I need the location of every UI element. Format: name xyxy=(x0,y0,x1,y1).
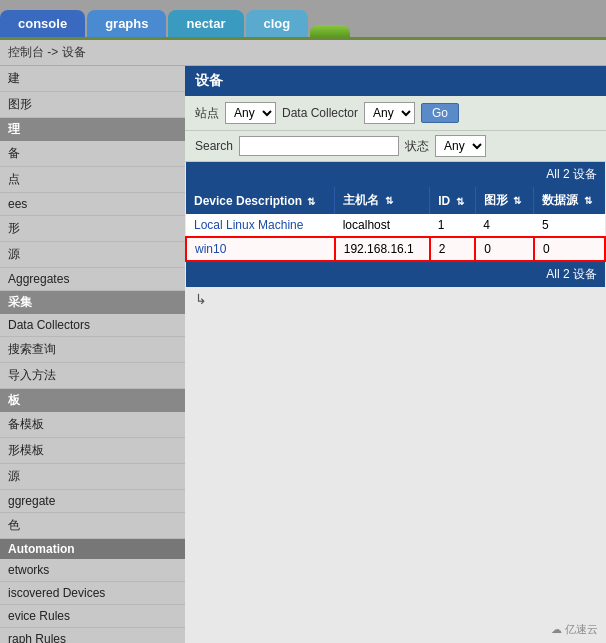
cell-datasources-2: 0 xyxy=(534,237,605,261)
cell-device-desc-2: win10 xyxy=(186,237,335,261)
go-button[interactable]: Go xyxy=(421,103,459,123)
sort-icon-desc: ⇅ xyxy=(307,196,315,207)
datacollector-select[interactable]: Any xyxy=(364,102,415,124)
watermark-text: 亿速云 xyxy=(565,623,598,635)
sidebar-item-build[interactable]: 建 xyxy=(0,66,185,92)
sidebar-item-import-methods[interactable]: 导入方法 xyxy=(0,363,185,389)
sidebar-item-trees[interactable]: ees xyxy=(0,193,185,216)
sort-icon-hostname: ⇅ xyxy=(385,195,393,206)
watermark-icon: ☁ xyxy=(551,623,562,635)
sidebar-item-device-rules[interactable]: evice Rules xyxy=(0,605,185,628)
breadcrumb: 控制台 -> 设备 xyxy=(0,40,606,66)
sidebar-item-networks[interactable]: etworks xyxy=(0,559,185,582)
sidebar-item-graphs[interactable]: 图形 xyxy=(0,92,185,118)
search-input[interactable] xyxy=(239,136,399,156)
cell-graphs-2: 0 xyxy=(475,237,534,261)
sidebar-item-data-collectors[interactable]: Data Collectors xyxy=(0,314,185,337)
content-area: 设备 站点 Any Data Collector Any Go Search 状… xyxy=(185,66,606,643)
status-select[interactable]: Any xyxy=(435,135,486,157)
tab-console[interactable]: console xyxy=(0,10,85,37)
breadcrumb-current: 设备 xyxy=(62,45,86,59)
sidebar-item-device-templates[interactable]: 备模板 xyxy=(0,412,185,438)
cell-hostname-1: localhost xyxy=(335,214,430,237)
col-device-desc[interactable]: Device Description ⇅ xyxy=(186,187,335,214)
sidebar-item-colors[interactable]: 色 xyxy=(0,513,185,539)
sort-icon-graphs: ⇅ xyxy=(513,195,521,206)
cell-hostname-2: 192.168.16.1 xyxy=(335,237,430,261)
cell-graphs-1: 4 xyxy=(475,214,534,237)
sidebar-section-manage: 理 xyxy=(0,118,185,141)
site-select[interactable]: Any xyxy=(225,102,276,124)
top-navigation: console graphs nectar clog xyxy=(0,0,606,40)
sidebar-item-aggregate2[interactable]: ggregate xyxy=(0,490,185,513)
sidebar-item-sites[interactable]: 点 xyxy=(0,167,185,193)
table-summary-bottom: All 2 设备 xyxy=(186,261,605,287)
table-row-selected: win10 192.168.16.1 2 0 0 xyxy=(186,237,605,261)
cell-id-1: 1 xyxy=(430,214,476,237)
sidebar-item-discovered-devices[interactable]: iscovered Devices xyxy=(0,582,185,605)
cell-id-2: 2 xyxy=(430,237,476,261)
col-datasources[interactable]: 数据源 ⇅ xyxy=(534,187,605,214)
tab-nectar[interactable]: nectar xyxy=(168,10,243,37)
sidebar-item-search-queries[interactable]: 搜索查询 xyxy=(0,337,185,363)
table-header-row: Device Description ⇅ 主机名 ⇅ ID ⇅ 图形 ⇅ 数据源 xyxy=(186,187,605,214)
sidebar-item-devices[interactable]: 备 xyxy=(0,141,185,167)
site-label: 站点 xyxy=(195,105,219,122)
sort-icon-id: ⇅ xyxy=(456,196,464,207)
cell-datasources-1: 5 xyxy=(534,214,605,237)
status-label: 状态 xyxy=(405,138,429,155)
sidebar-section-collection: 采集 xyxy=(0,291,185,314)
filter-bar: 站点 Any Data Collector Any Go xyxy=(185,96,606,131)
device-table: All 2 设备 Device Description ⇅ 主机名 ⇅ ID ⇅… xyxy=(185,162,606,287)
sidebar-item-graph-rules[interactable]: raph Rules xyxy=(0,628,185,643)
search-label: Search xyxy=(195,139,233,153)
tab-graphs[interactable]: graphs xyxy=(87,10,166,37)
sidebar-item-graphs2[interactable]: 形 xyxy=(0,216,185,242)
tab-clog[interactable]: clog xyxy=(246,10,309,37)
col-id[interactable]: ID ⇅ xyxy=(430,187,476,214)
sidebar-item-datasource[interactable]: 源 xyxy=(0,242,185,268)
col-graphs[interactable]: 图形 ⇅ xyxy=(475,187,534,214)
table-summary-top: All 2 设备 xyxy=(186,162,605,187)
tab-green-bar xyxy=(310,25,350,37)
page-title: 设备 xyxy=(185,66,606,96)
sort-icon-datasources: ⇅ xyxy=(584,195,592,206)
sidebar-item-data-sources2[interactable]: 源 xyxy=(0,464,185,490)
table-row: Local Linux Machine localhost 1 4 5 xyxy=(186,214,605,237)
breadcrumb-arrow: -> xyxy=(47,45,58,59)
device-link-1[interactable]: Local Linux Machine xyxy=(194,218,303,232)
watermark: ☁ 亿速云 xyxy=(551,622,598,637)
sidebar-section-automation: Automation xyxy=(0,539,185,559)
datacollector-label: Data Collector xyxy=(282,106,358,120)
cell-device-desc-1: Local Linux Machine xyxy=(186,214,335,237)
search-bar: Search 状态 Any xyxy=(185,131,606,162)
device-link-2[interactable]: win10 xyxy=(195,242,226,256)
indent-arrow: ↳ xyxy=(185,287,606,311)
sidebar: 建 图形 理 备 点 ees 形 源 Aggregates 采集 Data Co… xyxy=(0,66,185,643)
sidebar-section-templates: 板 xyxy=(0,389,185,412)
main-layout: 建 图形 理 备 点 ees 形 源 Aggregates 采集 Data Co… xyxy=(0,66,606,643)
sidebar-item-graph-templates[interactable]: 形模板 xyxy=(0,438,185,464)
sidebar-item-aggregates[interactable]: Aggregates xyxy=(0,268,185,291)
breadcrumb-home[interactable]: 控制台 xyxy=(8,45,44,59)
col-hostname[interactable]: 主机名 ⇅ xyxy=(335,187,430,214)
